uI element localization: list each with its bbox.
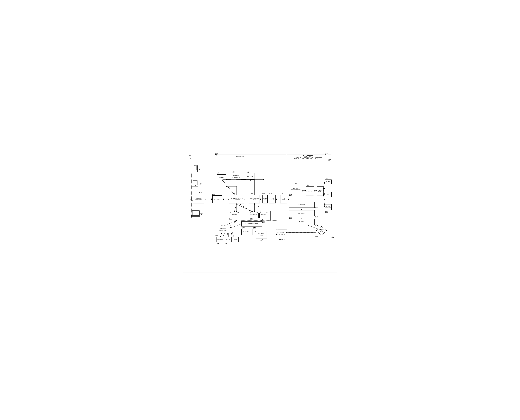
svg-line-10 bbox=[237, 204, 253, 212]
smsc-box: SMSC bbox=[217, 174, 226, 180]
label-126: 122 bbox=[328, 159, 331, 161]
label-116: 116 bbox=[233, 193, 235, 195]
label-102b: 102 bbox=[199, 183, 202, 185]
label-143: 143 bbox=[260, 239, 263, 241]
msp-db-cylinder: MSP DB bbox=[259, 212, 268, 218]
session-db-cylinder: SESSION DB bbox=[249, 212, 258, 218]
label-168: 168 bbox=[315, 216, 318, 218]
page: 100 ↙ 110 ↓ CARRIER CUSTOMERMOBILE APPLI… bbox=[183, 148, 337, 272]
svg-line-55 bbox=[324, 182, 325, 189]
label-150: 150 bbox=[225, 243, 228, 245]
carrier-label: CARRIER bbox=[229, 155, 250, 158]
svg-line-57 bbox=[324, 193, 325, 194]
sms-bill-box: SMS BILL INTERFACE bbox=[231, 173, 241, 180]
svg-text:INTER: INTER bbox=[319, 229, 324, 231]
svg-rect-32 bbox=[194, 165, 197, 172]
label-154: 154 bbox=[232, 171, 235, 173]
label-124b: 124 bbox=[280, 193, 283, 195]
db-box: DB bbox=[325, 192, 332, 197]
label-124a: 124 bbox=[269, 193, 272, 195]
firewall3-box: FIRE WALL bbox=[317, 186, 324, 196]
svg-rect-36 bbox=[192, 180, 198, 187]
svg-line-58 bbox=[324, 194, 325, 207]
label-162: 162 bbox=[325, 211, 328, 213]
external-front-end-box: EXTERNAL FRONT END bbox=[276, 230, 287, 237]
svg-line-68 bbox=[234, 203, 237, 212]
device-phone1 bbox=[193, 165, 198, 174]
svg-line-63 bbox=[223, 220, 237, 226]
svg-line-66 bbox=[231, 233, 233, 237]
label-106: 106 bbox=[199, 191, 202, 193]
gprs-box: GPRS bbox=[225, 237, 232, 242]
label-124c: 124 bbox=[289, 194, 292, 196]
svg-text:NET: NET bbox=[320, 231, 323, 232]
gateway-box: GATEWAY bbox=[212, 195, 222, 203]
other-service-box: OTHER SERVICE bbox=[325, 204, 332, 210]
email-box: EMAIL bbox=[325, 180, 332, 184]
internet-diamond-wrap: INTER NET bbox=[316, 226, 327, 236]
svg-point-38 bbox=[194, 185, 196, 186]
label-142: 142 bbox=[253, 227, 256, 229]
provisioning-tool-box: PROVISIONING TOOL bbox=[241, 221, 262, 226]
arrows-svg bbox=[188, 153, 332, 264]
label-156: 156 bbox=[247, 171, 249, 173]
mis-ee-box: MIS EE/ SYNCHROLOGIC bbox=[289, 185, 302, 193]
svg-rect-44 bbox=[192, 210, 200, 215]
carrier-middleware-box: CARRIER MIDDLEWARE bbox=[217, 226, 230, 233]
svg-rect-33 bbox=[195, 166, 197, 170]
connector-gw-box: CONNECTOR GW bbox=[249, 195, 260, 203]
label-140: 140 bbox=[242, 227, 245, 229]
svg-rect-37 bbox=[193, 180, 197, 185]
svg-line-69 bbox=[239, 203, 252, 212]
firewall1-box: FIRE WALL bbox=[269, 195, 276, 203]
label-136: 136 bbox=[315, 236, 318, 237]
crm-front-end-box: CRM FRONT END bbox=[256, 231, 267, 239]
label-146: 146 bbox=[215, 235, 218, 237]
label-152: 152 bbox=[217, 172, 220, 174]
it-admin-box: IT ADMIN bbox=[241, 229, 251, 235]
customer-label: CUSTOMERMOBILE APPLIANCE SERVER bbox=[289, 155, 327, 159]
label-141: 141 bbox=[279, 239, 282, 240]
crm1-box: CRM bbox=[232, 237, 239, 242]
diagram: 100 ↙ 110 ↓ CARRIER CUSTOMERMOBILE APPLI… bbox=[188, 153, 332, 264]
sap-box: SAP bbox=[325, 153, 328, 155]
routing-box: ROUTING bbox=[289, 202, 315, 208]
other-box: OTHER bbox=[289, 219, 315, 225]
ip-sec-box2: IP SEC BOX bbox=[306, 186, 314, 196]
auth-manager-box: AUTHENTICATION MANAGER bbox=[229, 195, 244, 203]
ldap-cylinder: LDAP/AD bbox=[229, 212, 239, 218]
wap-gw-box: WAP GW bbox=[246, 173, 255, 180]
access-network-box: ACCESS NETWORK bbox=[193, 195, 204, 203]
label-120: 120 bbox=[256, 206, 259, 208]
ip-sec-box1: IP SEC BOX bbox=[263, 195, 268, 203]
svg-line-56 bbox=[324, 188, 325, 191]
svg-line-65 bbox=[227, 233, 228, 237]
firewall2-box: FIRE WALL bbox=[280, 195, 287, 203]
label-104: 104 bbox=[250, 193, 253, 195]
billing-box: BILLING bbox=[216, 237, 224, 242]
intranet-box: INTRANET bbox=[289, 210, 315, 216]
label-166: 166 bbox=[315, 207, 318, 209]
label-102a: 102 bbox=[198, 168, 201, 170]
device-pda1 bbox=[192, 180, 198, 188]
label-114: 114 bbox=[331, 236, 334, 238]
label-148: 148 bbox=[216, 243, 219, 245]
device-laptop bbox=[191, 210, 200, 218]
label-164: 164 bbox=[295, 183, 297, 185]
label-158: 158 bbox=[325, 178, 328, 179]
label-103: 103 bbox=[282, 239, 285, 240]
label-122a: 122 bbox=[262, 193, 265, 195]
label-124cust: 124 bbox=[306, 184, 309, 186]
svg-line-25 bbox=[229, 220, 237, 227]
svg-rect-45 bbox=[192, 211, 199, 215]
label-112: 112 bbox=[212, 194, 215, 195]
arrow-100: ↙ bbox=[190, 157, 192, 160]
label-102d: 102 bbox=[200, 213, 203, 215]
svg-marker-49 bbox=[316, 226, 327, 235]
svg-line-64 bbox=[220, 233, 222, 237]
arrow-110: ↓ bbox=[216, 154, 217, 156]
